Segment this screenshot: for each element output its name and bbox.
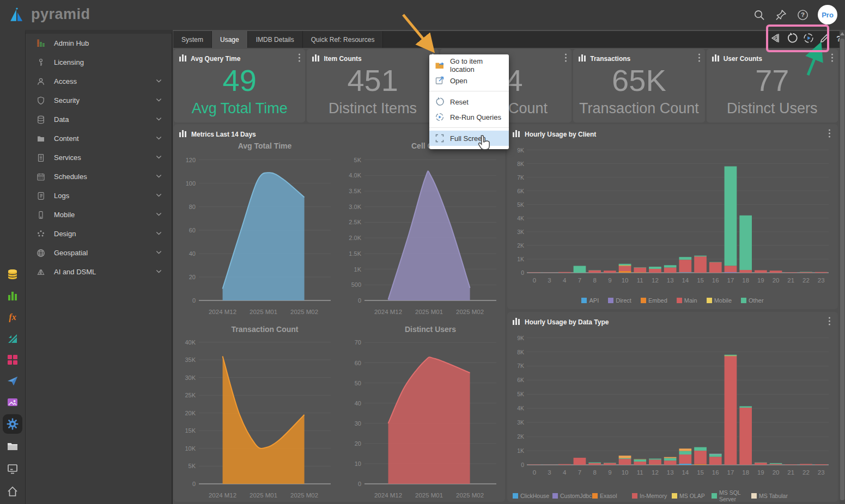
illustrations-image-icon[interactable] — [6, 396, 19, 409]
svg-text:20: 20 — [189, 274, 196, 280]
discover-barchart-icon[interactable] — [6, 290, 19, 303]
formulate-fx-icon[interactable]: fx — [6, 311, 19, 324]
present-grid-icon[interactable] — [6, 353, 19, 366]
kebab-menu-icon[interactable] — [698, 53, 701, 65]
svg-text:?: ? — [800, 11, 804, 18]
sidebar-item-logs[interactable]: Logs — [26, 186, 172, 205]
chevron-down-icon[interactable] — [155, 77, 163, 87]
edit-pencil-icon[interactable] — [819, 32, 831, 44]
sidebar-item-design[interactable]: Design — [26, 224, 172, 243]
sidebar-item-mobile[interactable]: Mobile — [26, 205, 172, 224]
svg-text:10: 10 — [622, 469, 629, 476]
sidebar-item-geospatial[interactable]: Geospatial — [26, 243, 172, 262]
person-icon — [36, 77, 46, 87]
chevron-down-icon[interactable] — [155, 248, 163, 258]
sidebar-item-access[interactable]: Access — [26, 72, 172, 91]
chevron-down-icon[interactable] — [155, 210, 163, 220]
svg-text:4: 4 — [563, 469, 567, 476]
legend-item-customjdbc[interactable]: CustomJdbc — [552, 489, 592, 502]
menu-item-reset[interactable]: Reset — [429, 94, 509, 109]
legend-item-in-memory[interactable]: In-Memory — [632, 489, 672, 502]
help-circle-icon[interactable]: ? — [796, 8, 809, 21]
legend-label: MS OLAP — [679, 493, 705, 499]
sidebar-item-admin-hub[interactable]: Admin Hub — [26, 34, 172, 53]
svg-text:15: 15 — [697, 469, 704, 476]
legend-item-other[interactable]: Other — [741, 297, 764, 304]
chevron-down-icon[interactable] — [155, 172, 163, 182]
home-icon[interactable] — [6, 485, 19, 498]
kebab-menu-icon[interactable] — [826, 316, 832, 328]
svg-text:2025 M01: 2025 M01 — [415, 492, 443, 499]
legend-item-embed[interactable]: Embed — [641, 297, 667, 304]
rerun-queries-icon[interactable] — [803, 32, 814, 44]
sidebar-item-content[interactable]: Content — [26, 129, 172, 148]
key-icon — [36, 58, 46, 67]
chevron-down-icon[interactable] — [155, 267, 163, 277]
legend-item-exasol[interactable]: Exasol — [592, 489, 632, 502]
scroll-up-arrow-icon[interactable] — [840, 32, 844, 35]
svg-text:0: 0 — [358, 481, 361, 487]
kebab-menu-icon[interactable] — [564, 53, 567, 65]
goto-location-icon — [435, 60, 445, 70]
menu-item-go-to-item-location[interactable]: Go to item location — [429, 58, 509, 73]
present-pyramid-icon[interactable] — [770, 32, 782, 44]
svg-text:3.0K: 3.0K — [349, 204, 361, 210]
admin-gear-icon[interactable] — [6, 417, 19, 431]
sidebar-item-schedules[interactable]: Schedules — [26, 167, 172, 186]
sidebar-item-label: Admin Hub — [54, 39, 163, 47]
legend-item-clickhouse[interactable]: ClickHouse — [513, 489, 552, 502]
sidebar-item-services[interactable]: Services — [26, 148, 172, 167]
legend-item-mobile[interactable]: Mobile — [707, 297, 732, 304]
legend-item-ms-olap[interactable]: MS OLAP — [672, 489, 712, 502]
legend-item-main[interactable]: Main — [677, 297, 697, 304]
kpi-value: 49 — [174, 65, 305, 96]
chevron-down-icon[interactable] — [155, 134, 163, 144]
legend-item-ms-tabular[interactable]: MS Tabular — [751, 489, 791, 502]
tab-quick-ref-resources[interactable]: Quick Ref: Resources — [303, 31, 384, 48]
sidebar-item-licensing[interactable]: Licensing — [26, 53, 172, 72]
sidebar-item-label: Logs — [54, 192, 147, 200]
legend-item-ms-sql-server[interactable]: MS SQL Server — [712, 489, 751, 502]
illustrate-icon[interactable] — [6, 332, 19, 345]
menu-item-full-screen[interactable]: Full Screen — [429, 131, 509, 146]
tab-system[interactable]: System — [173, 31, 212, 48]
chevron-down-icon[interactable] — [155, 153, 163, 163]
menu-item-open[interactable]: Open — [429, 73, 509, 88]
chevron-down-icon[interactable] — [155, 115, 163, 125]
pro-badge[interactable]: Pro — [818, 5, 837, 24]
kpi-card-item-counts: Item Counts451Distinct Items — [307, 49, 438, 122]
tab-usage[interactable]: Usage — [212, 31, 248, 48]
publish-plane-icon[interactable] — [6, 374, 19, 388]
reset-icon[interactable] — [786, 32, 798, 44]
pin-icon[interactable] — [774, 8, 787, 21]
sidebar-item-data[interactable]: Data — [26, 110, 172, 129]
logo-text: pyramid — [31, 6, 90, 23]
mobile-phone-icon — [36, 210, 46, 220]
legend-item-api[interactable]: API — [581, 297, 599, 304]
sidebar-item-security[interactable]: Security — [26, 91, 172, 110]
search-icon[interactable] — [752, 8, 765, 21]
folder-icon — [36, 134, 46, 144]
svg-text:5K: 5K — [354, 157, 362, 163]
tab-imdb-details[interactable]: IMDB Details — [248, 31, 303, 48]
chevron-down-icon[interactable] — [155, 191, 163, 201]
menu-item-label: Re-Run Queries — [450, 113, 501, 121]
svg-text:23: 23 — [818, 469, 825, 476]
globe-icon — [36, 248, 46, 258]
chevron-down-icon[interactable] — [155, 96, 163, 106]
model-database-icon[interactable] — [6, 268, 19, 281]
scrollbar-thumb[interactable] — [840, 39, 844, 500]
kebab-menu-icon[interactable] — [298, 53, 301, 65]
menu-item-re-run-queries[interactable]: Re-Run Queries — [429, 109, 509, 125]
kebab-menu-icon[interactable] — [831, 53, 834, 65]
svg-text:15K: 15K — [185, 427, 196, 434]
legend-item-direct[interactable]: Direct — [608, 297, 631, 304]
sidebar-item-label: Mobile — [54, 211, 147, 219]
vertical-scrollbar[interactable] — [840, 30, 845, 504]
workstation-icon[interactable] — [6, 462, 19, 475]
content-folder-icon[interactable] — [6, 440, 19, 453]
legend-swatch — [751, 493, 757, 499]
sidebar-item-ai-and-dsml[interactable]: AI and DSML — [26, 262, 172, 281]
chevron-down-icon[interactable] — [155, 229, 163, 239]
kebab-menu-icon[interactable] — [826, 128, 832, 140]
